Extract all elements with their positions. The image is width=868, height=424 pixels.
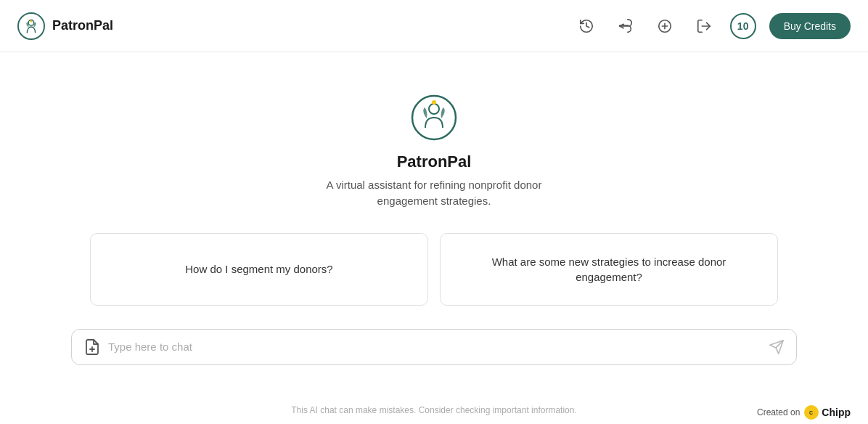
- share-button[interactable]: [613, 13, 639, 39]
- attach-button[interactable]: [83, 338, 101, 356]
- exit-button[interactable]: [691, 13, 717, 39]
- chipp-badge: Created on C Chipp: [757, 405, 851, 420]
- svg-point-0: [18, 12, 44, 38]
- history-icon: [578, 18, 594, 34]
- created-on-label: Created on: [757, 407, 800, 417]
- file-plus-icon: [83, 338, 101, 356]
- svg-point-2: [30, 20, 33, 22]
- patronpal-logo-icon: [17, 12, 45, 40]
- assistant-description: A virtual assistant for refining nonprof…: [327, 177, 542, 210]
- svg-point-6: [429, 104, 439, 114]
- history-button[interactable]: [573, 13, 599, 39]
- suggestion-card-1[interactable]: How do I segment my donors?: [90, 233, 428, 306]
- logo-text: PatronPal: [52, 18, 113, 33]
- svg-text:C: C: [809, 410, 813, 415]
- chipp-logo: C Chipp: [804, 405, 851, 420]
- chipp-text: Chipp: [822, 407, 851, 418]
- add-button[interactable]: [652, 13, 678, 39]
- share-icon: [618, 18, 634, 34]
- main-content: PatronPal A virtual assistant for refini…: [0, 52, 868, 424]
- assistant-intro: PatronPal A virtual assistant for refini…: [327, 94, 542, 210]
- chat-input[interactable]: [108, 341, 761, 353]
- disclaimer-text: This AI chat can make mistakes. Consider…: [291, 405, 577, 415]
- svg-point-7: [432, 100, 436, 105]
- buy-credits-button[interactable]: Buy Credits: [769, 13, 851, 39]
- logo-area: PatronPal: [17, 12, 113, 40]
- send-icon: [769, 339, 785, 355]
- assistant-logo-icon: [411, 94, 457, 141]
- suggestion-cards: How do I segment my donors? What are som…: [86, 233, 782, 306]
- header: PatronPal: [0, 0, 868, 52]
- credits-badge[interactable]: 10: [730, 13, 756, 39]
- header-actions: 10 Buy Credits: [573, 13, 851, 39]
- chipp-icon: C: [804, 405, 819, 420]
- chat-input-area: [71, 329, 797, 365]
- send-button[interactable]: [769, 339, 785, 355]
- add-icon: [657, 18, 673, 34]
- suggestion-card-2[interactable]: What are some new strategies to increase…: [440, 233, 778, 306]
- exit-icon: [696, 18, 712, 34]
- assistant-name: PatronPal: [397, 152, 472, 171]
